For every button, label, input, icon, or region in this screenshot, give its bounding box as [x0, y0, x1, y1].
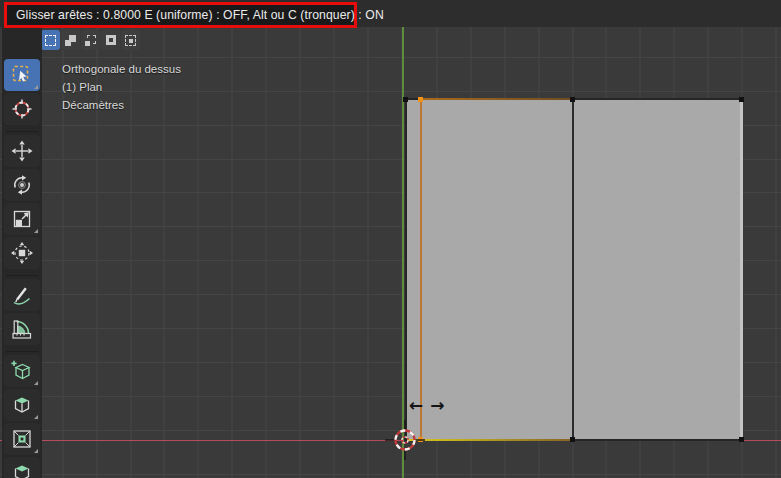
blender-window: Orthogonale du dessus (1) Plan Décamètre… [0, 0, 781, 478]
select-subtract-icon [85, 35, 96, 46]
scale-tool-button[interactable] [4, 203, 40, 235]
viewport-info-overlay: Orthogonale du dessus (1) Plan Décamètre… [62, 60, 181, 114]
viewport-header: Glisser arêtes : 0.8000 E (uniforme) : O… [0, 0, 781, 27]
select-box-tool-button[interactable] [4, 59, 40, 91]
toolbar-separator [6, 347, 38, 352]
select-set-icon [45, 35, 56, 46]
vertex-top-right[interactable] [739, 97, 744, 102]
select-difference-icon [106, 35, 116, 45]
rotate-icon [10, 173, 34, 197]
measure-icon [10, 317, 34, 341]
annotate-tool-button[interactable] [4, 279, 40, 311]
toolbar-separator [6, 127, 38, 132]
edge-slide-arrows-cursor: ← → [409, 395, 445, 415]
inset-faces-tool-button[interactable] [4, 423, 40, 455]
select-mode-bar [41, 30, 140, 50]
toolbar-separator [6, 271, 38, 276]
plane-edge-left[interactable] [405, 98, 407, 440]
plane-face[interactable] [405, 99, 742, 440]
arrow-left-icon: ← [409, 395, 423, 415]
annotate-icon [10, 283, 34, 307]
unit-label: Décamètres [62, 96, 181, 114]
sliding-edge-selected[interactable] [420, 99, 422, 439]
object-label: (1) Plan [62, 78, 181, 96]
measure-tool-button[interactable] [4, 313, 40, 345]
vertex-top-middle[interactable] [570, 97, 575, 102]
bevel-tool-button[interactable] [4, 457, 40, 478]
cursor-tool-button[interactable] [4, 93, 40, 125]
select-extend-icon [65, 35, 76, 46]
extrude-region-tool-button[interactable] [4, 389, 40, 421]
select-box-icon [10, 63, 34, 87]
move-tool-button[interactable] [4, 135, 40, 167]
vertex-top-left[interactable] [403, 97, 408, 102]
view-label: Orthogonale du dessus [62, 60, 181, 78]
add-cube-tool-button[interactable] [4, 355, 40, 387]
cursor-tool-icon [10, 97, 34, 121]
add-cube-icon [10, 359, 34, 383]
inset-faces-icon [10, 427, 34, 451]
select-difference-button[interactable] [101, 30, 120, 50]
transform-tool-button[interactable] [4, 237, 40, 269]
3d-cursor[interactable] [383, 418, 427, 462]
operator-status-text: Glisser arêtes : 0.8000 E (uniforme) : O… [7, 8, 384, 22]
bevel-icon [10, 461, 34, 478]
vertex-bottom-right[interactable] [739, 437, 744, 442]
select-intersect-button[interactable] [121, 30, 140, 50]
plane-edge-right[interactable] [740, 98, 742, 440]
edge-slide-rail-bottom [407, 439, 573, 441]
vertex-bottom-middle[interactable] [570, 437, 575, 442]
extrude-region-icon [10, 393, 34, 417]
tool-shelf [2, 27, 42, 478]
select-subtract-button[interactable] [81, 30, 100, 50]
plane-edge-middle[interactable] [572, 99, 574, 439]
select-extend-button[interactable] [61, 30, 80, 50]
edge-slide-rail-top [421, 98, 573, 100]
rotate-tool-button[interactable] [4, 169, 40, 201]
annotation-highlight-box: Glisser arêtes : 0.8000 E (uniforme) : O… [4, 2, 357, 28]
select-set-button[interactable] [41, 30, 60, 50]
3d-viewport[interactable]: Orthogonale du dessus (1) Plan Décamètre… [0, 27, 781, 478]
arrow-right-icon: → [430, 395, 444, 415]
select-intersect-icon [125, 35, 136, 46]
move-icon [10, 139, 34, 163]
y-axis-line [402, 27, 404, 478]
transform-icon [10, 241, 34, 265]
scale-icon [10, 207, 34, 231]
vertex-slide-top-selected[interactable] [418, 97, 423, 102]
